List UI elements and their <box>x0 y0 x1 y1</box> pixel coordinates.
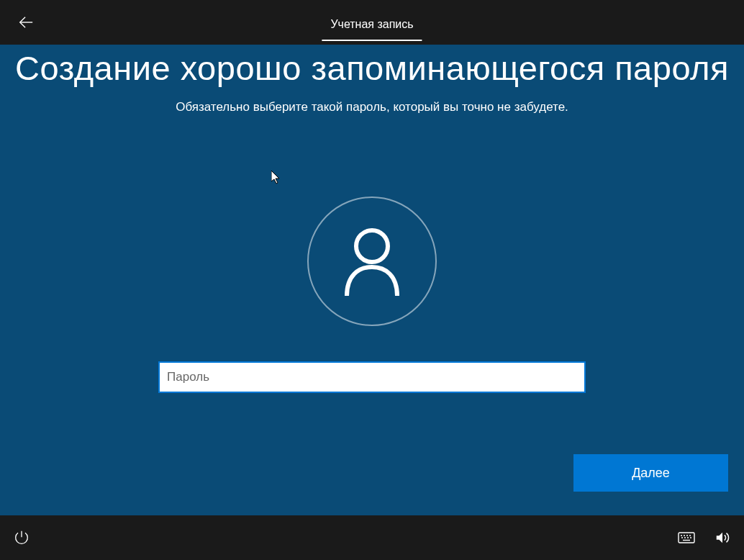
svg-marker-13 <box>717 533 722 543</box>
avatar-placeholder <box>307 197 437 326</box>
ease-of-access-button[interactable] <box>13 529 30 546</box>
power-icon <box>14 530 29 545</box>
bottom-bar <box>0 515 744 560</box>
back-button[interactable] <box>9 5 43 40</box>
volume-button[interactable] <box>714 529 731 546</box>
user-icon <box>341 227 403 296</box>
keyboard-button[interactable] <box>678 529 695 546</box>
arrow-left-icon <box>18 14 34 30</box>
title-bar: Учетная запись <box>0 0 744 45</box>
svg-point-1 <box>356 230 388 262</box>
page-subtitle: Обязательно выберите такой пароль, котор… <box>14 100 730 114</box>
svg-rect-3 <box>679 533 694 543</box>
password-input[interactable] <box>158 361 586 393</box>
tab-label: Учетная запись <box>330 18 413 30</box>
page-title: Создание хорошо запоминающегося пароля <box>14 45 730 90</box>
next-button[interactable]: Далее <box>573 454 728 492</box>
tab-bar: Учетная запись <box>322 4 422 41</box>
keyboard-icon <box>678 532 695 543</box>
password-row <box>158 361 586 393</box>
tab-account[interactable]: Учетная запись <box>322 4 422 41</box>
main-content: Создание хорошо запоминающегося пароля О… <box>0 45 744 515</box>
volume-icon <box>714 530 730 546</box>
